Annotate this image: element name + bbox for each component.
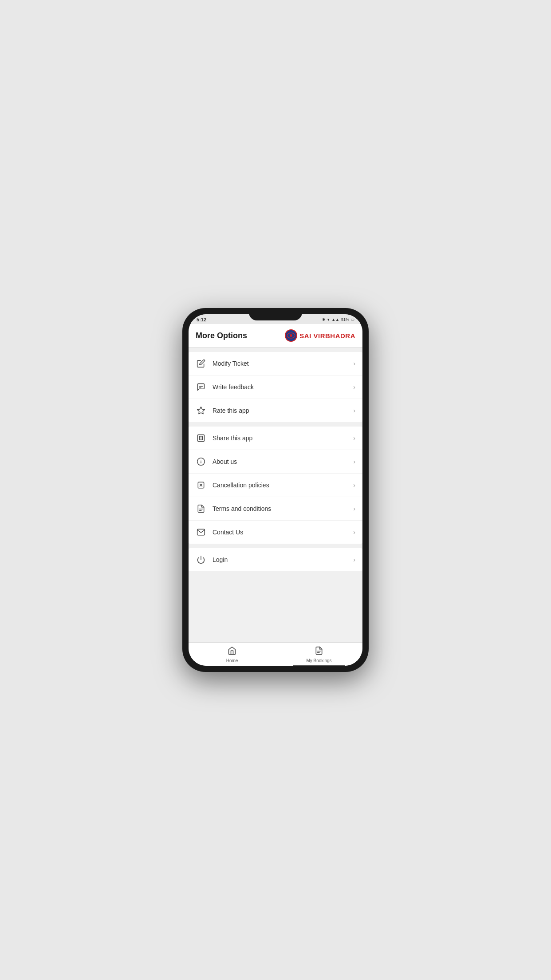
- nav-bookings[interactable]: My Bookings: [276, 643, 362, 666]
- info-icon: [196, 456, 206, 467]
- svg-marker-5: [197, 407, 205, 414]
- logo-icon: [285, 329, 297, 342]
- menu-item-contact[interactable]: Contact Us ›: [189, 521, 362, 544]
- menu-item-login[interactable]: Login ›: [189, 548, 362, 571]
- cancel-icon: [196, 480, 206, 490]
- menu-item-cancellation[interactable]: Cancellation policies ›: [189, 474, 362, 497]
- menu-item-write-feedback[interactable]: Write feedback ›: [189, 375, 362, 399]
- pencil-icon: [196, 358, 206, 369]
- menu-group-3: Login ›: [189, 548, 362, 571]
- menu-item-share-app[interactable]: Share this app ›: [189, 427, 362, 450]
- status-time: 5:12: [197, 317, 206, 322]
- contact-label: Contact Us: [213, 529, 353, 536]
- status-bar: 5:12 ✱ ▾ ▲▲ 51% ⬭: [189, 314, 362, 324]
- nav-home[interactable]: Home: [189, 643, 276, 666]
- menu-scroll[interactable]: Modify Ticket › Write feedback ›: [189, 348, 362, 642]
- menu-group-2: Share this app › About us ›: [189, 427, 362, 544]
- svg-rect-7: [200, 436, 203, 440]
- status-icons: ✱ ▾ ▲▲ 51% ⬭: [322, 317, 354, 322]
- phone-screen: 5:12 ✱ ▾ ▲▲ 51% ⬭ More Options SAI VIRBH…: [189, 314, 362, 666]
- chevron-icon: ›: [353, 482, 355, 489]
- chevron-icon: ›: [353, 435, 355, 442]
- menu-item-terms[interactable]: Terms and conditions ›: [189, 497, 362, 521]
- bottom-nav: Home My Bookings: [189, 642, 362, 666]
- share-icon: [196, 433, 206, 443]
- chat-icon: [196, 382, 206, 392]
- chevron-icon: ›: [353, 556, 355, 563]
- cancellation-label: Cancellation policies: [213, 482, 353, 489]
- chevron-icon: ›: [353, 529, 355, 536]
- app-header: More Options SAI VIRBHADRA: [189, 324, 362, 348]
- home-nav-label: Home: [226, 658, 238, 663]
- battery-icon: ⬭: [351, 317, 354, 322]
- chevron-icon: ›: [353, 407, 355, 414]
- logo-text: SAI VIRBHADRA: [299, 332, 355, 340]
- chevron-icon: ›: [353, 505, 355, 512]
- document-icon: [196, 503, 206, 514]
- bookings-icon: [315, 646, 323, 657]
- menu-item-modify-ticket[interactable]: Modify Ticket ›: [189, 352, 362, 375]
- home-icon: [228, 646, 236, 657]
- svg-point-2: [290, 334, 292, 337]
- rate-app-label: Rate this app: [213, 407, 353, 414]
- menu-item-rate-app[interactable]: Rate this app ›: [189, 399, 362, 422]
- star-icon: [196, 405, 206, 416]
- brand-logo: SAI VIRBHADRA: [285, 329, 355, 342]
- chevron-icon: ›: [353, 383, 355, 391]
- about-us-label: About us: [213, 458, 353, 465]
- phone-frame: 5:12 ✱ ▾ ▲▲ 51% ⬭ More Options SAI VIRBH…: [182, 308, 369, 672]
- page-title: More Options: [196, 331, 247, 340]
- modify-ticket-label: Modify Ticket: [213, 360, 353, 367]
- bluetooth-icon: ✱: [322, 317, 326, 322]
- chevron-icon: ›: [353, 458, 355, 465]
- menu-group-1: Modify Ticket › Write feedback ›: [189, 352, 362, 422]
- battery-text: 51%: [341, 317, 349, 322]
- terms-label: Terms and conditions: [213, 505, 353, 512]
- signal-icon: ▲▲: [331, 317, 339, 322]
- wifi-icon: ▾: [327, 317, 330, 322]
- login-label: Login: [213, 556, 353, 563]
- chevron-icon: ›: [353, 360, 355, 367]
- power-icon: [196, 554, 206, 565]
- share-app-label: Share this app: [213, 435, 353, 442]
- write-feedback-label: Write feedback: [213, 383, 353, 391]
- bookings-nav-label: My Bookings: [306, 658, 331, 663]
- mail-icon: [196, 527, 206, 537]
- menu-item-about-us[interactable]: About us ›: [189, 450, 362, 474]
